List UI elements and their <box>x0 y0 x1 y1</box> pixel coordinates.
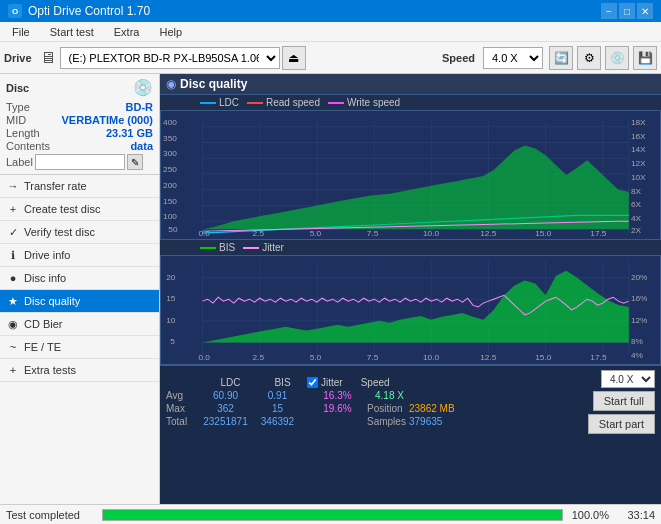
save-button[interactable]: 💾 <box>633 46 657 70</box>
legend-bis-label: BIS <box>219 242 235 253</box>
svg-text:4X: 4X <box>631 214 642 223</box>
total-label: Total <box>166 416 196 427</box>
legend-jitter-label: Jitter <box>262 242 284 253</box>
svg-text:8%: 8% <box>631 338 643 347</box>
menu-extra[interactable]: Extra <box>106 24 148 40</box>
nav-label-transfer-rate: Transfer rate <box>24 180 87 192</box>
svg-text:250: 250 <box>163 165 177 174</box>
svg-text:18X: 18X <box>631 118 646 127</box>
svg-text:10.0: 10.0 <box>423 229 440 238</box>
verify-test-disc-icon: ✓ <box>6 225 20 239</box>
svg-text:150: 150 <box>163 197 177 206</box>
chart2-area: 20 15 10 5 20% 16% 12% 8% 4% 0.0 2.5 5.0… <box>160 255 661 365</box>
sidebar-item-cd-bier[interactable]: ◉ CD Bier <box>0 313 159 336</box>
position-val: 23862 MB <box>409 403 455 414</box>
bottom-controls: LDC BIS Jitter Speed Avg 60.90 0.91 16.3… <box>160 365 661 438</box>
type-key: Type <box>6 101 30 113</box>
mid-val: VERBATIMe (000) <box>62 114 153 126</box>
svg-text:15.0: 15.0 <box>535 353 552 362</box>
menu-bar: File Start test Extra Help <box>0 22 661 42</box>
svg-text:15: 15 <box>166 294 176 303</box>
label-input[interactable] <box>35 154 125 170</box>
max-bis: 15 <box>255 403 300 414</box>
speed-stat-header: Speed <box>353 377 398 388</box>
stats-section: LDC BIS Jitter Speed Avg 60.90 0.91 16.3… <box>166 377 580 427</box>
start-full-button[interactable]: Start full <box>593 391 655 411</box>
svg-text:20: 20 <box>166 273 176 282</box>
nav-label-disc-info: Disc info <box>24 272 66 284</box>
disc-quality-icon: ★ <box>6 294 20 308</box>
jitter-checkbox[interactable] <box>307 377 318 388</box>
svg-text:7.5: 7.5 <box>367 229 379 238</box>
create-test-disc-icon: + <box>6 202 20 216</box>
svg-text:17.5: 17.5 <box>590 229 607 238</box>
status-time: 33:14 <box>615 509 655 521</box>
content-area: ◉ Disc quality LDC Read speed Write spee… <box>160 74 661 524</box>
chart1-svg: 400 350 300 250 200 150 100 50 18X 16X 1… <box>161 111 660 239</box>
svg-text:20%: 20% <box>631 273 648 282</box>
toolbar: Drive 🖥 (E:) PLEXTOR BD-R PX-LB950SA 1.0… <box>0 42 661 74</box>
sidebar-item-fe-te[interactable]: ~ FE / TE <box>0 336 159 359</box>
sidebar-item-create-test-disc[interactable]: + Create test disc <box>0 198 159 221</box>
progress-percent: 100.0% <box>569 509 609 521</box>
close-button[interactable]: ✕ <box>637 3 653 19</box>
max-ldc: 362 <box>198 403 253 414</box>
right-controls: 4.0 X Start full Start part <box>588 370 655 434</box>
sidebar-item-drive-info[interactable]: ℹ Drive info <box>0 244 159 267</box>
svg-text:17.5: 17.5 <box>590 353 607 362</box>
legend-ldc-label: LDC <box>219 97 239 108</box>
menu-start-test[interactable]: Start test <box>42 24 102 40</box>
avg-bis: 0.91 <box>255 390 300 401</box>
sidebar-item-disc-info[interactable]: ● Disc info <box>0 267 159 290</box>
refresh-button[interactable]: 🔄 <box>549 46 573 70</box>
svg-text:5.0: 5.0 <box>310 229 322 238</box>
minimize-button[interactable]: − <box>601 3 617 19</box>
svg-text:15.0: 15.0 <box>535 229 552 238</box>
samples-label: Samples <box>367 416 407 427</box>
label-edit-button[interactable]: ✎ <box>127 154 143 170</box>
drive-label: Drive <box>4 52 32 64</box>
eject-button[interactable]: ⏏ <box>282 46 306 70</box>
legend-write-speed: Write speed <box>328 97 400 108</box>
sidebar-item-extra-tests[interactable]: + Extra tests <box>0 359 159 382</box>
menu-help[interactable]: Help <box>151 24 190 40</box>
drive-info-icon: ℹ <box>6 248 20 262</box>
svg-text:300: 300 <box>163 149 177 158</box>
legend-write-speed-label: Write speed <box>347 97 400 108</box>
max-label: Max <box>166 403 196 414</box>
menu-file[interactable]: File <box>4 24 38 40</box>
chart1-legend: LDC Read speed Write speed <box>160 95 661 110</box>
maximize-button[interactable]: □ <box>619 3 635 19</box>
svg-text:2.5: 2.5 <box>252 353 264 362</box>
start-part-button[interactable]: Start part <box>588 414 655 434</box>
transfer-rate-icon: → <box>6 179 20 193</box>
disc-button[interactable]: 💿 <box>605 46 629 70</box>
svg-text:400: 400 <box>163 118 177 127</box>
label-key: Label <box>6 156 33 168</box>
status-bar: Test completed 100.0% 33:14 <box>0 504 661 524</box>
sidebar-item-transfer-rate[interactable]: → Transfer rate <box>0 175 159 198</box>
svg-text:200: 200 <box>163 181 177 190</box>
sidebar-item-verify-test-disc[interactable]: ✓ Verify test disc <box>0 221 159 244</box>
sidebar-item-disc-quality[interactable]: ★ Disc quality <box>0 290 159 313</box>
settings-button[interactable]: ⚙ <box>577 46 601 70</box>
svg-text:7.5: 7.5 <box>367 353 379 362</box>
position-label: Position <box>367 403 407 414</box>
legend-read-speed-label: Read speed <box>266 97 320 108</box>
mid-key: MID <box>6 114 26 126</box>
svg-text:12.5: 12.5 <box>480 353 497 362</box>
disc-panel-icon: 💿 <box>133 78 153 97</box>
speed-dropdown[interactable]: 4.0 X <box>601 370 655 388</box>
nav-label-cd-bier: CD Bier <box>24 318 63 330</box>
speed-selector[interactable]: 4.0 X <box>483 47 543 69</box>
nav-label-extra-tests: Extra tests <box>24 364 76 376</box>
drive-selector[interactable]: (E:) PLEXTOR BD-R PX-LB950SA 1.06 <box>60 47 280 69</box>
fe-te-icon: ~ <box>6 340 20 354</box>
extra-tests-icon: + <box>6 363 20 377</box>
legend-jitter: Jitter <box>243 242 284 253</box>
jitter-header: Jitter <box>307 377 343 388</box>
nav-items: → Transfer rate + Create test disc ✓ Ver… <box>0 175 159 382</box>
chart2-svg: 20 15 10 5 20% 16% 12% 8% 4% 0.0 2.5 5.0… <box>161 256 660 364</box>
legend-read-speed: Read speed <box>247 97 320 108</box>
progress-bar-container <box>102 509 563 521</box>
